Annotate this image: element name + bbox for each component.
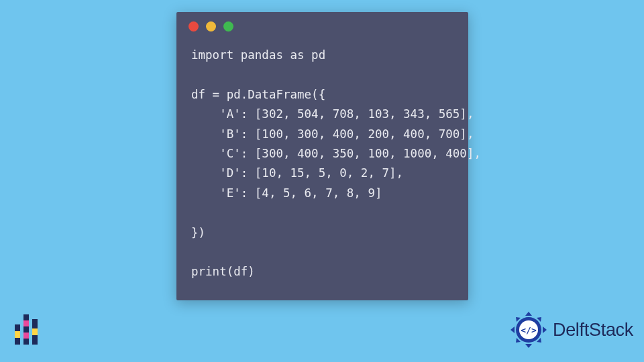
slide-canvas: import pandas as pd df = pd.DataFrame({ …	[0, 0, 644, 362]
maximize-icon	[223, 21, 233, 32]
svg-marker-1	[525, 344, 532, 348]
code-window: import pandas as pd df = pd.DataFrame({ …	[176, 12, 468, 300]
window-title-bar	[176, 12, 468, 40]
brand-logo: </> DelftStack	[510, 311, 633, 349]
code-line: df = pd.DataFrame({	[191, 88, 325, 101]
code-block: import pandas as pd df = pd.DataFrame({ …	[176, 40, 468, 296]
bars-logo-icon	[15, 315, 38, 345]
code-line: })	[191, 226, 205, 239]
code-line: 'A': [302, 504, 708, 103, 343, 565],	[191, 107, 474, 121]
code-line: 'D': [10, 15, 5, 0, 2, 7],	[191, 166, 403, 180]
svg-text:</>: </>	[521, 325, 537, 335]
svg-marker-2	[511, 326, 515, 333]
svg-marker-3	[543, 326, 547, 333]
minimize-icon	[206, 21, 216, 32]
code-line: import pandas as pd	[191, 48, 325, 62]
code-line: 'C': [300, 400, 350, 100, 1000, 400],	[191, 147, 481, 160]
code-line: 'B': [100, 300, 400, 200, 400, 700],	[191, 127, 474, 141]
brand-name: DelftStack	[553, 320, 633, 341]
svg-marker-0	[525, 312, 532, 316]
gear-code-icon: </>	[510, 311, 547, 349]
code-line: 'E': [4, 5, 6, 7, 8, 9]	[191, 186, 382, 200]
close-icon	[189, 21, 199, 32]
code-line: print(df)	[191, 265, 255, 278]
